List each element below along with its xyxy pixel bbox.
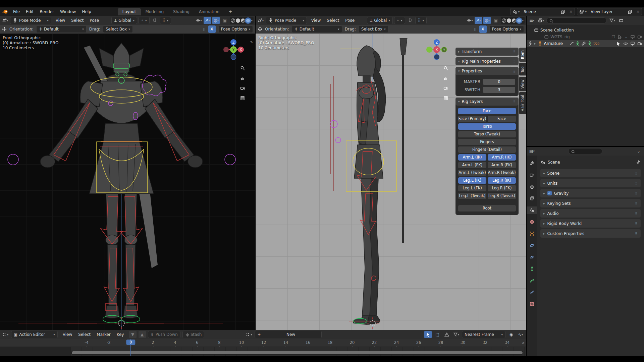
proportional-edit-icon[interactable]: ◉ (507, 331, 515, 338)
move-down-button[interactable]: ▼ (129, 331, 137, 338)
app-menu-item[interactable]: Window (57, 9, 79, 14)
dope-menu-item[interactable]: View (60, 332, 75, 337)
rig-layer-button[interactable]: Leg.L (FK) (458, 185, 486, 191)
box-select-icon[interactable]: ⬚ (434, 331, 441, 338)
n-panel-tab[interactable]: Hair Tool (519, 92, 526, 114)
outliner-row-wgts-rig[interactable]: WGTS_rig ☐ ⌄ (527, 34, 644, 40)
rig-layer-button[interactable]: Leg.R (FK) (488, 185, 516, 191)
rig-layer-button[interactable]: Arm.L (Tweak) (458, 170, 486, 176)
tab-constraints-icon[interactable] (527, 253, 537, 261)
tab-object-icon[interactable] (527, 230, 537, 237)
drag-dropdown[interactable]: Select Box▾ (359, 25, 388, 33)
properties-options-chevron[interactable]: ⌄ (635, 147, 642, 155)
panel-grip-icon[interactable]: ⣿ (635, 172, 638, 175)
rig-layer-button[interactable]: Leg.R (IK) (488, 177, 516, 184)
tab-texture-icon[interactable] (527, 300, 537, 308)
mode-dropdown[interactable]: Pose Mode▾ (266, 17, 307, 24)
tab-render-icon[interactable] (527, 171, 537, 179)
move-tool-icon[interactable] (258, 27, 262, 32)
viewport-front-canvas[interactable]: Front Orthographic (0) Armature : SWORD_… (0, 34, 255, 330)
push-down-button[interactable]: ⇟ Push Down (148, 331, 180, 338)
outliner-row-armature[interactable]: ▸ Armature ▽20 (527, 40, 644, 47)
n-panel-tab[interactable]: Tool (519, 63, 526, 75)
ortho-grid-icon[interactable] (442, 95, 449, 102)
select-cursor-icon[interactable] (424, 331, 432, 338)
keying-interpolation-icon[interactable]: ∿▾ (517, 331, 524, 338)
viewport-side-canvas[interactable]: Right Orthographic (0) Armature : SWORD_… (256, 34, 526, 330)
scene-name[interactable]: Scene (522, 9, 558, 14)
outliner-row-scene-collection[interactable]: Scene Collection (527, 27, 644, 34)
blender-logo-icon[interactable] (0, 9, 10, 14)
app-menu-item[interactable]: File (10, 9, 23, 14)
rig-layer-button[interactable]: Face (Primary) (458, 116, 486, 122)
transform-orientation-dropdown[interactable]: ⟂ Global▾ (367, 17, 393, 24)
editor-type-icon[interactable]: ▾ (257, 17, 264, 24)
front-nav-gizmo[interactable]: Z X Y (221, 38, 246, 62)
xray-toggle-icon[interactable]: ▣ (492, 17, 499, 24)
hide-eye-icon[interactable] (623, 41, 628, 46)
pivot-point-dropdown[interactable]: ◦▾ (139, 17, 150, 24)
mirror-x-toggle[interactable]: X (479, 25, 487, 33)
viewport-menu-item[interactable]: View (53, 18, 68, 23)
n-panel-tab[interactable]: View (519, 77, 526, 91)
new-scene-icon[interactable] (558, 9, 567, 14)
rig-layer-button[interactable]: Arm.L (IK) (458, 154, 486, 161)
object-visibility-dropdown[interactable]: ▾ (466, 17, 473, 24)
overlays-dropdown[interactable]: ◎▾ (483, 17, 491, 24)
panel-grip-icon[interactable]: ⣿ (635, 232, 638, 235)
panel-checkbox[interactable]: ✓ (547, 191, 552, 195)
viewport-menu-item[interactable]: Select (68, 18, 87, 23)
dope-menu-item[interactable]: Marker (94, 332, 113, 337)
workspace-tab[interactable]: Shading (168, 8, 194, 15)
shading-rendered-icon[interactable] (246, 18, 250, 23)
shading-solid-icon[interactable] (236, 18, 240, 23)
tab-output-icon[interactable] (527, 183, 537, 190)
shading-material-icon[interactable] (241, 18, 245, 23)
new-collection-icon[interactable] (618, 17, 625, 24)
rig-layer-button[interactable]: Leg.R (Tweak) (488, 193, 516, 199)
remove-view-layer-icon[interactable]: ✕ (634, 9, 642, 14)
camera-view-icon[interactable] (239, 84, 246, 92)
outliner-display-mode-dropdown[interactable]: ☰▾ (528, 17, 536, 24)
viewport-disable-icon[interactable] (630, 41, 635, 46)
panel-grip-icon[interactable]: ⣿ (635, 202, 638, 205)
scene-browse-icon[interactable]: ▾ (511, 9, 522, 14)
panel-grip-icon[interactable]: ⣿ (635, 212, 638, 215)
selectable-icon[interactable] (618, 35, 622, 39)
action-editor-mode-dropdown[interactable]: ▣Action Editor▾ (11, 331, 58, 338)
shading-rendered-icon[interactable] (517, 18, 521, 23)
tab-bone-constraint-icon[interactable] (527, 289, 537, 296)
workspace-tab[interactable]: Layout (118, 8, 141, 15)
move-up-button[interactable]: ▲ (139, 331, 146, 338)
properties-search-input[interactable] (568, 148, 603, 154)
xray-toggle-icon[interactable]: ▣ (221, 17, 228, 24)
tab-tool-icon[interactable] (527, 160, 537, 167)
tab-armature-data-icon[interactable] (527, 265, 537, 273)
rig-main-properties-header[interactable]: ▾Rig Main Properties⣿ (455, 57, 519, 65)
tab-bone-icon[interactable] (527, 277, 537, 284)
properties-panel-row[interactable]: ▸ ✓ Rigid Body World ⣿ (540, 219, 641, 228)
stash-button[interactable]: Stash (182, 331, 205, 338)
horizontal-scrollbar[interactable] (71, 351, 523, 355)
properties-panel-header[interactable]: ▾Properties⣿ (455, 67, 519, 75)
holdout-icon[interactable]: ⌄ (625, 35, 628, 39)
warning-icon[interactable] (443, 331, 450, 338)
snap-mode-dropdown[interactable]: Nearest Frame▾ (462, 331, 505, 338)
shading-solid-icon[interactable] (507, 18, 511, 23)
pin-icon[interactable] (636, 160, 641, 165)
properties-panel-row[interactable]: ▸ ✓ Gravity ⣿ (540, 189, 641, 197)
pose-options-dropdown[interactable]: Pose Options▾ (489, 25, 524, 33)
n-panel-tab[interactable]: Item (519, 48, 526, 62)
camera-view-icon[interactable] (442, 84, 449, 92)
outliner-search-input[interactable] (546, 17, 607, 23)
workspace-tab[interactable]: Animation (194, 8, 224, 15)
pan-hand-icon[interactable] (239, 74, 246, 82)
add-workspace-button[interactable]: + (224, 8, 237, 15)
app-menu-item[interactable]: Render (37, 9, 57, 14)
properties-panel-row[interactable]: ▸ ✓ Audio ⣿ (540, 209, 641, 218)
move-tool-icon[interactable] (2, 27, 7, 32)
app-menu-item[interactable]: Edit (23, 9, 37, 14)
render-disable-icon[interactable] (637, 41, 642, 46)
exclude-checkbox-icon[interactable]: ☐ (611, 35, 615, 39)
tab-world-icon[interactable] (527, 218, 537, 226)
